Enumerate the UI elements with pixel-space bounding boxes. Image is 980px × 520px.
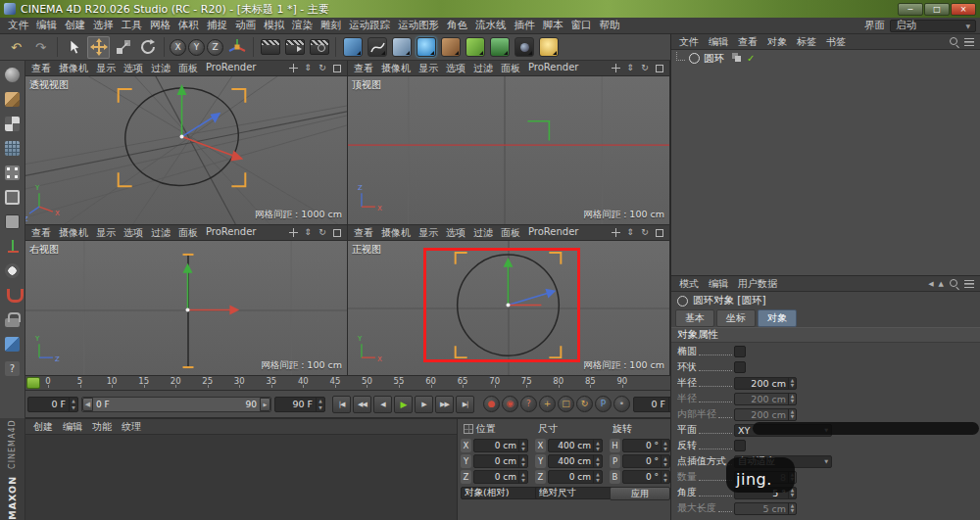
viewport-menu-item[interactable]: 显示 (92, 62, 120, 75)
viewport-menu-item[interactable]: 摄像机 (377, 62, 415, 75)
tab-坐标[interactable]: 坐标 (716, 309, 756, 327)
tab-对象[interactable]: 对象 (758, 309, 797, 327)
object-tree[interactable]: 圆环✓ (671, 50, 980, 275)
apply-button[interactable]: 应用 (610, 487, 670, 500)
object-manager-menu-item[interactable]: 对象 (762, 35, 792, 49)
move-tool-button[interactable] (87, 36, 110, 59)
viewport-menu-item[interactable]: ProRender (524, 62, 582, 75)
viewport-menu-item[interactable]: 过滤 (469, 62, 497, 75)
close-button[interactable]: × (951, 3, 976, 16)
edges-mode-button[interactable] (2, 186, 24, 208)
viewport-zoom-icon[interactable]: ⇕ (624, 63, 636, 74)
menu-icon[interactable] (964, 280, 974, 288)
record-scale-button[interactable]: □ (558, 396, 574, 412)
menu-item[interactable]: 脚本 (539, 19, 567, 32)
menu-item[interactable]: 动画 (231, 19, 260, 32)
viewport-zoom-icon[interactable]: ⇕ (302, 63, 314, 74)
attribute-menu-item[interactable]: 编辑 (704, 277, 733, 291)
attr-field-maximum-length[interactable]: 5 cm▲▼ (734, 502, 797, 515)
next-frame-button[interactable]: ▶ (415, 396, 433, 413)
object-manager-menu-item[interactable]: 文件 (674, 35, 704, 49)
enable-snap-button[interactable] (2, 284, 24, 306)
viewport-maximize-icon[interactable] (331, 63, 343, 74)
environment-button[interactable] (488, 36, 511, 59)
volume-builder-button[interactable] (415, 36, 437, 59)
nav-back-icon[interactable]: ◀ (928, 280, 933, 288)
viewport-zoom-icon[interactable]: ⇕ (302, 227, 314, 239)
material-list-area[interactable] (25, 435, 457, 520)
menu-item[interactable]: 雕刻 (317, 19, 345, 32)
viewport-menu-item[interactable]: 选项 (120, 62, 147, 75)
quantize-button[interactable] (2, 333, 24, 355)
viewport-menu-item[interactable]: 过滤 (469, 226, 497, 240)
material-menu-item[interactable]: 纹理 (117, 420, 146, 434)
viewport-menu-item[interactable]: ProRender (202, 226, 260, 240)
object-manager-menu-item[interactable]: 标签 (792, 35, 821, 49)
points-mode-button[interactable] (2, 162, 24, 183)
material-menu-item[interactable]: 编辑 (58, 420, 87, 434)
autokeying-button[interactable]: ◉ (502, 396, 518, 412)
layout-select[interactable]: 启动 ▼ (890, 20, 976, 32)
render-picture-viewer-button[interactable] (283, 36, 306, 59)
axis-gizmo[interactable] (183, 263, 240, 315)
coord-field-b[interactable]: 0 °▲▼ (622, 470, 670, 484)
viewport-maximize-icon[interactable] (654, 63, 665, 74)
viewport-orbit-icon[interactable]: ↻ (639, 63, 651, 74)
goto-next-key-button[interactable]: ▶▶ (435, 396, 454, 413)
coord-field-x[interactable]: 400 cm▲▼ (548, 439, 603, 452)
rotate-tool-button[interactable] (136, 36, 159, 59)
menu-item[interactable]: 创建 (61, 19, 89, 32)
coord-field-p[interactable]: 0 °▲▼ (622, 454, 670, 468)
menu-item[interactable]: 捕捉 (203, 19, 231, 32)
viewport-menu-item[interactable]: 查看 (350, 62, 377, 75)
viewport-menu-item[interactable]: 查看 (350, 226, 377, 240)
step-down-icon[interactable]: ▼ (70, 404, 77, 411)
subdivision-surface-button[interactable] (390, 36, 413, 59)
viewport-top[interactable]: Z X 顶视图 网格间距 : 100 cm (348, 76, 670, 225)
object-manager-menu-item[interactable]: 书签 (821, 35, 851, 49)
menu-item[interactable]: 编辑 (32, 19, 61, 32)
menu-item[interactable]: 运动图形 (394, 19, 443, 32)
viewport-menu-item[interactable]: 过滤 (147, 62, 174, 75)
attribute-menu-item[interactable]: 模式 (674, 277, 704, 291)
previous-frame-button[interactable]: ◀ (373, 396, 392, 413)
goto-end-button[interactable]: ▶| (456, 396, 474, 413)
menu-item[interactable]: 体积 (174, 19, 203, 32)
record-pla-button[interactable]: • (613, 396, 630, 412)
viewport-menu-item[interactable]: ProRender (524, 226, 582, 240)
viewport-menu-item[interactable]: 面板 (497, 62, 524, 75)
record-position-button[interactable]: + (539, 396, 556, 412)
scale-tool-button[interactable] (112, 36, 134, 59)
viewport-front[interactable]: Y X 正视图 网格间距 : 100 cm (348, 241, 670, 376)
tab-基本[interactable]: 基本 (675, 309, 714, 327)
goto-previous-key-button[interactable]: ◀◀ (353, 396, 371, 413)
viewport-menu-item[interactable]: 查看 (27, 62, 55, 75)
attr-checkbox-ring[interactable] (734, 361, 746, 373)
layer-icon[interactable] (732, 53, 743, 64)
object-row[interactable]: 圆环✓ (671, 50, 980, 67)
preview-range-slider[interactable]: ◀ 0 F 90 ▶ (81, 397, 271, 412)
object-manager-menu-item[interactable]: 查看 (733, 35, 762, 49)
viewport-menu-item[interactable]: 选项 (442, 62, 469, 75)
material-menu-item[interactable]: 创建 (28, 420, 58, 434)
viewport-menu-item[interactable]: 摄像机 (55, 226, 92, 240)
step-down-icon[interactable]: ▼ (317, 404, 324, 411)
coord-field-y[interactable]: 400 cm▲▼ (548, 454, 603, 468)
attr-checkbox-reverse[interactable] (734, 440, 746, 451)
search-icon[interactable] (949, 278, 959, 289)
undo-button[interactable]: ↶ (5, 36, 27, 59)
help-button[interactable]: ? (2, 357, 24, 379)
viewport-orbit-icon[interactable]: ↻ (317, 227, 328, 239)
live-selection-button[interactable] (63, 36, 85, 59)
minimize-button[interactable]: ─ (898, 3, 923, 16)
menu-item[interactable]: 工具 (118, 19, 146, 32)
viewport-orbit-icon[interactable]: ↻ (317, 63, 328, 74)
object-name[interactable]: 圆环 (704, 52, 724, 66)
attr-checkbox-ellipse[interactable] (734, 346, 746, 357)
viewport-menu-item[interactable]: 面板 (174, 62, 202, 75)
viewport-menu-item[interactable]: 选项 (442, 226, 469, 240)
workplane-lock-button[interactable] (2, 308, 24, 330)
axis-lock-y-button[interactable]: Y (188, 39, 205, 56)
viewport-right[interactable]: Y Z 右视图 网格间距 : 100 cm (25, 241, 348, 376)
material-menu-item[interactable]: 功能 (87, 420, 117, 434)
